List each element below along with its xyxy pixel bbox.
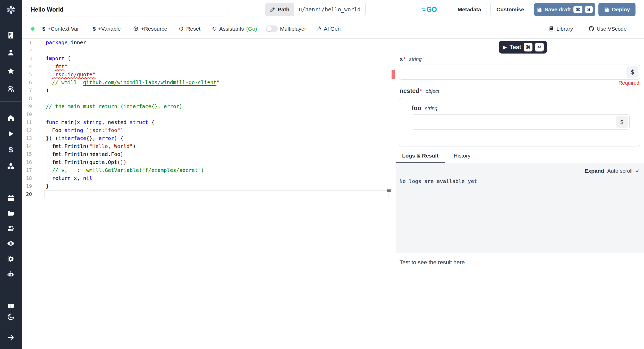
code-line-11[interactable]: 11func main(x string, nested struct {: [22, 118, 396, 126]
sidebar-divider: [0, 18, 22, 18]
use-vscode-button[interactable]: Use VScode: [588, 19, 627, 38]
tab-history[interactable]: History: [454, 148, 470, 163]
code-line-15[interactable]: 15 fmt.Println(nested.Foo): [22, 150, 396, 158]
add-resource-label: +Resource: [141, 26, 167, 32]
add-resource-button[interactable]: +Resource: [133, 19, 167, 38]
refresh-icon: ↻: [212, 25, 217, 32]
kbd-enter: ↵: [535, 43, 544, 51]
line-number: 17: [22, 166, 32, 174]
arg-x-input[interactable]: [399, 65, 640, 79]
line-number: 18: [22, 174, 32, 182]
docs-books-icon[interactable]: [7, 302, 15, 310]
runs-play-icon[interactable]: [7, 130, 15, 138]
sidebar: $: [0, 0, 22, 349]
code-line-9[interactable]: 9// the main must return (interface{}, e…: [22, 102, 396, 110]
code-line-14[interactable]: 14 fmt.Println("Hello, World"): [22, 142, 396, 150]
dollar-icon: $: [42, 26, 45, 32]
theme-moon-icon[interactable]: [7, 313, 15, 321]
editor-scrollbar-thumb[interactable]: [387, 189, 391, 192]
home-icon[interactable]: [7, 114, 15, 122]
code-line-1[interactable]: 1package inner: [22, 39, 396, 47]
reset-button[interactable]: ↺ Reset: [179, 19, 200, 38]
ai-gen-button[interactable]: AI Gen: [316, 19, 341, 38]
autoscroll-label[interactable]: Auto scroll: [607, 168, 632, 174]
groups-admin-icon[interactable]: [7, 224, 15, 232]
code-line-12[interactable]: 12 Foo string `json:"foo"`: [22, 126, 396, 134]
go-language-logo: GO: [421, 6, 437, 14]
code-line-20[interactable]: 20: [22, 190, 396, 198]
script-title-input[interactable]: [26, 3, 228, 16]
autoscroll-checkmark-icon[interactable]: ✓: [635, 168, 640, 174]
path-button[interactable]: Path u/henri/hello_world: [265, 3, 366, 16]
resources-cubes-icon[interactable]: [7, 162, 15, 170]
code-line-16[interactable]: 16 fmt.Println(quote.Opt()): [22, 158, 396, 166]
line-number: 19: [22, 182, 32, 190]
library-button[interactable]: Library: [548, 19, 573, 38]
code-line-4[interactable]: 4 "fmt": [22, 63, 396, 71]
no-logs-message: No logs are available yet: [400, 178, 477, 184]
play-icon: ▶: [503, 44, 507, 50]
save-draft-button[interactable]: Save draft ⌘ S: [534, 3, 595, 16]
metadata-button[interactable]: Metadata: [452, 3, 487, 16]
add-variable-button[interactable]: $ +Variable: [93, 19, 121, 38]
expand-button[interactable]: Expand: [584, 168, 604, 174]
line-number: 10: [22, 110, 32, 118]
multiplayer-toggle[interactable]: [266, 25, 278, 32]
variables-dollar-icon[interactable]: $: [7, 146, 15, 154]
customise-button[interactable]: Customise: [490, 3, 530, 16]
test-button[interactable]: ▶ Test ⌘ ↵: [499, 41, 547, 54]
nested-object-box: foo string $: [399, 98, 640, 146]
workspace-building-icon[interactable]: [7, 31, 15, 39]
line-number: 1: [22, 39, 32, 47]
windmill-logo[interactable]: [5, 4, 17, 16]
code-line-19[interactable]: 19}: [22, 182, 396, 190]
code-line-3[interactable]: 3import (: [22, 55, 396, 63]
line-number: 12: [22, 126, 32, 134]
required-hint: Required: [618, 80, 639, 86]
kbd-command: ⌘: [573, 6, 582, 13]
code-text: func main(x string, nested struct {: [46, 118, 154, 126]
code-text: }) (interface{}, error) {: [46, 134, 123, 142]
code-line-5[interactable]: 5 "rsc.io/quote": [22, 71, 396, 78]
code-line-13[interactable]: 13}) (interface{}, error) {: [22, 134, 396, 142]
schedules-calendar-icon[interactable]: [7, 194, 15, 202]
settings-gear-icon[interactable]: [7, 255, 15, 263]
assistants-button[interactable]: ↻ Assistants (Go): [212, 19, 257, 38]
users-group-icon[interactable]: [7, 85, 15, 93]
code-line-7[interactable]: 7): [22, 86, 396, 94]
arg-foo-input[interactable]: [412, 115, 629, 129]
code-text: // the main must return (interface{}, er…: [46, 102, 182, 110]
code-editor[interactable]: 1package inner23import (4 "fmt"5 "rsc.io…: [22, 39, 396, 349]
code-line-6[interactable]: 6 // wmill "github.com/windmill-labs/win…: [22, 78, 396, 86]
arg-type: object: [426, 88, 439, 94]
add-context-var-button[interactable]: $ +Context Var: [42, 19, 79, 38]
result-placeholder: Test to see the result here: [400, 259, 465, 266]
deploy-save-icon: [604, 7, 609, 12]
code-line-2[interactable]: 2: [22, 47, 396, 55]
code-line-8[interactable]: 8: [22, 94, 396, 102]
line-number: 3: [22, 55, 32, 63]
top-bar: Path u/henri/hello_world GO Metadata Cus…: [22, 0, 644, 19]
code-line-10[interactable]: 10: [22, 110, 396, 118]
required-star: *: [403, 56, 405, 62]
code-line-18[interactable]: 18 return x, nil: [22, 174, 396, 182]
code-text: return x, nil: [46, 174, 92, 182]
code-text: Foo string `json:"foo"`: [46, 126, 123, 134]
deploy-button[interactable]: Deploy: [598, 3, 635, 16]
favorites-star-icon[interactable]: [7, 67, 15, 75]
path-value[interactable]: u/henri/hello_world: [294, 3, 365, 16]
arg-type: string: [425, 106, 437, 111]
user-icon[interactable]: [7, 48, 15, 57]
line-number: 6: [22, 78, 32, 86]
audit-eye-icon[interactable]: [7, 239, 15, 248]
tab-logs-result[interactable]: Logs & Result: [402, 148, 438, 163]
code-line-17[interactable]: 17 // v, _ := wmill.GetVariable("f/examp…: [22, 166, 396, 174]
code-text: "rsc.io/quote": [46, 71, 96, 78]
workers-robot-icon[interactable]: [7, 270, 15, 278]
insert-variable-dollar-button[interactable]: $: [616, 116, 628, 128]
result-area: Test to see the result here: [396, 254, 644, 349]
insert-variable-dollar-button[interactable]: $: [626, 66, 638, 78]
tab-logs-label: Logs & Result: [402, 153, 438, 159]
expand-sidebar-arrow-icon[interactable]: [7, 333, 15, 342]
folders-icon[interactable]: [7, 209, 15, 217]
